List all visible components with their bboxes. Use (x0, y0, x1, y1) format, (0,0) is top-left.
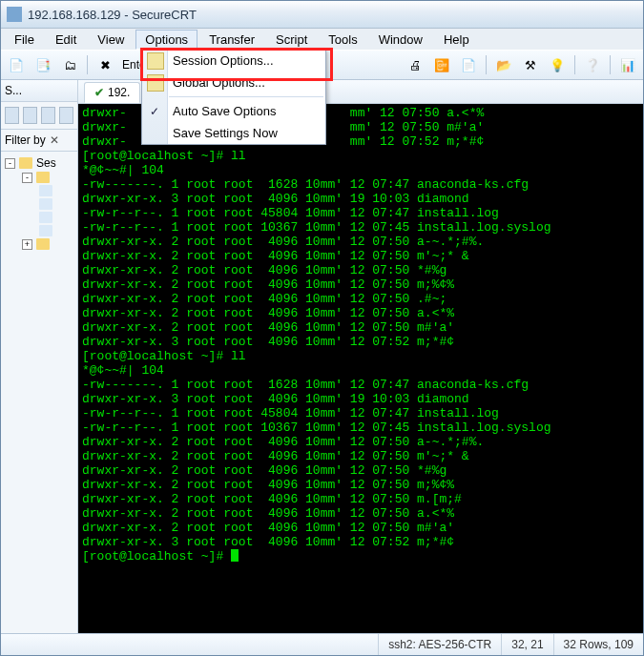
menu-separator (169, 96, 323, 97)
sidebar-tool-button[interactable] (41, 107, 55, 124)
toolbar-separator (610, 55, 611, 74)
menu-window[interactable]: Window (369, 30, 432, 50)
window-title: 192.168.168.129 - SecureCRT (28, 8, 197, 22)
menu-tools[interactable]: Tools (319, 30, 366, 50)
toolbar-separator (574, 55, 575, 74)
menu-auto-save[interactable]: ✓ Auto Save Options (142, 100, 325, 122)
menu-options[interactable]: Options (135, 30, 197, 50)
sidebar-tool-button[interactable] (23, 107, 37, 124)
menu-item-label: Session Options... (173, 53, 274, 68)
help-icon[interactable]: ❔ (581, 53, 604, 76)
menu-transfer[interactable]: Transfer (199, 30, 264, 50)
toolbar-button[interactable]: 📊 (616, 53, 639, 76)
sidebar-tool-button[interactable] (5, 107, 19, 124)
toolbar-button[interactable]: 📑 (31, 53, 54, 76)
session-icon (39, 198, 52, 210)
sidebar-tab[interactable]: S... (1, 80, 77, 102)
menu-bar: FileEditViewOptionsTransferScriptToolsWi… (1, 29, 643, 50)
session-tree[interactable]: - Ses - (1, 152, 77, 633)
title-bar: 192.168.168.129 - SecureCRT (1, 1, 643, 29)
session-icon (39, 212, 52, 223)
menu-file[interactable]: File (5, 30, 44, 50)
expand-icon[interactable]: - (5, 158, 15, 169)
tree-node-label: Ses (36, 156, 56, 170)
toolbar-button[interactable]: 📴 (430, 53, 453, 76)
folder-icon (36, 172, 50, 183)
filter-clear-icon[interactable]: ✕ (50, 133, 59, 147)
expand-icon[interactable]: - (22, 173, 32, 183)
app-window: 192.168.168.129 - SecureCRT FileEditView… (0, 0, 644, 656)
menu-item-label: Global Options... (173, 75, 265, 90)
connected-icon: ✔ (94, 86, 104, 99)
toolbar-separator (87, 55, 88, 74)
status-cursor-pos: 32, 21 (501, 634, 552, 655)
status-protocol: ssh2: AES-256-CTR (378, 634, 501, 655)
toolbar-button[interactable]: ✖ (93, 53, 116, 76)
toolbar-button[interactable]: ⚒ (519, 53, 542, 76)
menu-edit[interactable]: Edit (46, 30, 86, 50)
document-icon (147, 74, 164, 92)
toolbar-button[interactable]: 🖨 (404, 53, 426, 76)
sidebar-tab-label: S... (5, 84, 22, 97)
menu-global-options[interactable]: Global Options... (142, 72, 325, 93)
terminal-output[interactable]: drwxr- mm' 12 07:50 a.<*% drwxr- mm' 12 … (78, 104, 643, 633)
session-sidebar: S... Filter by ✕ - Ses - (1, 80, 78, 633)
menu-script[interactable]: Script (266, 30, 317, 50)
session-tab[interactable]: ✔ 192. (84, 82, 140, 103)
menu-save-now[interactable]: Save Settings Now (142, 122, 325, 144)
tree-node[interactable] (3, 197, 75, 211)
toolbar-button[interactable]: 💡 (546, 53, 569, 76)
status-bar: ssh2: AES-256-CTR 32, 21 32 Rows, 109 (1, 633, 643, 655)
sidebar-tool-button[interactable] (59, 107, 73, 124)
toolbar-button[interactable]: 📄 (5, 53, 28, 76)
document-icon (147, 52, 164, 70)
session-icon (39, 225, 52, 236)
tree-node[interactable]: + (3, 237, 75, 251)
options-menu: Session Options... Global Options... ✓ A… (141, 49, 326, 145)
menu-session-options[interactable]: Session Options... (142, 50, 325, 72)
toolbar-button[interactable]: 🗂 (58, 53, 81, 76)
toolbar-button[interactable]: 📂 (492, 53, 515, 76)
expand-icon[interactable]: + (22, 239, 32, 250)
sidebar-filter-label: Filter by (5, 133, 46, 147)
tree-node[interactable] (3, 224, 75, 237)
toolbar-separator (486, 55, 487, 74)
sidebar-filter[interactable]: Filter by ✕ (1, 130, 77, 152)
terminal-area: ✔ 192. drwxr- mm' 12 07:50 a.<*% drwxr- … (78, 80, 643, 633)
tree-node[interactable] (3, 184, 75, 197)
app-icon (7, 7, 22, 22)
terminal-cursor (231, 549, 239, 562)
status-size: 32 Rows, 109 (553, 634, 643, 655)
check-icon: ✓ (147, 104, 162, 119)
body-split: S... Filter by ✕ - Ses - (1, 80, 643, 633)
tree-node[interactable]: - Ses (3, 155, 75, 171)
folder-icon (19, 157, 32, 169)
menu-item-label: Auto Save Options (173, 104, 276, 118)
session-icon (39, 185, 52, 196)
session-tab-label: 192. (108, 86, 130, 99)
toolbar-button[interactable]: 📄 (457, 53, 480, 76)
folder-icon (36, 238, 50, 250)
menu-view[interactable]: View (88, 30, 134, 50)
menu-help[interactable]: Help (434, 30, 479, 50)
tree-node[interactable]: - (3, 171, 75, 184)
sidebar-toolbar (1, 102, 77, 130)
menu-item-label: Save Settings Now (173, 126, 278, 140)
tree-node[interactable] (3, 211, 75, 224)
